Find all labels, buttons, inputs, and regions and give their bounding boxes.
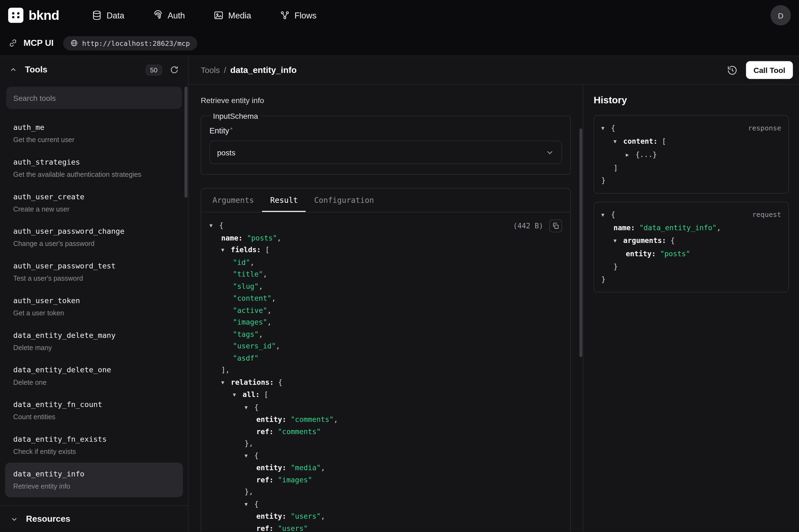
fingerprint-icon <box>153 10 163 21</box>
json-key: ref: <box>256 524 273 532</box>
json-string: "content" <box>233 294 272 302</box>
tool-list: auth_meGet the current userauth_strategi… <box>0 114 188 506</box>
json-punctuation: } <box>601 275 606 283</box>
tree-toggle-icon[interactable]: ▼ <box>245 401 254 413</box>
json-line: ▶{...} <box>601 148 781 162</box>
json-string: "active" <box>233 306 267 314</box>
json-string: "asdf" <box>233 354 259 362</box>
json-punctuation: , <box>334 415 338 423</box>
json-punctuation: { <box>611 210 615 218</box>
tree-toggle-icon[interactable]: ▼ <box>245 498 254 510</box>
tool-search <box>0 83 188 114</box>
tool-item-auth_user_token[interactable]: auth_user_tokenGet a user token <box>5 289 183 324</box>
json-string: "posts" <box>243 233 277 242</box>
tree-toggle-collapsed-icon[interactable]: ▶ <box>626 148 635 161</box>
nav-item-media[interactable]: Media <box>213 10 251 21</box>
json-line: name: "posts", <box>209 232 562 244</box>
nav-item-auth[interactable]: Auth <box>153 10 185 21</box>
tree-toggle-icon[interactable]: ▼ <box>601 208 611 221</box>
json-line: } <box>601 174 781 187</box>
json-punctuation: { <box>219 221 224 229</box>
json-punctuation: }, <box>245 488 253 496</box>
copy-result-button[interactable] <box>549 220 562 232</box>
tool-item-auth_strategies[interactable]: auth_strategiesGet the available authent… <box>5 151 183 186</box>
tree-toggle-icon[interactable]: ▼ <box>221 244 231 256</box>
json-punctuation: , <box>250 258 254 266</box>
result-size: (442 B) <box>513 220 543 232</box>
tool-item-data_entity_info[interactable]: data_entity_infoRetrieve entity info <box>5 462 183 497</box>
tab-arguments[interactable]: Arguments <box>204 188 262 212</box>
sidebar-scrollbar[interactable] <box>185 87 187 198</box>
json-line: "active", <box>209 304 562 317</box>
tool-item-auth_me[interactable]: auth_meGet the current user <box>5 116 183 151</box>
json-punctuation: , <box>717 224 721 232</box>
json-key: ref: <box>256 476 273 484</box>
tool-description: Get the available authentication strateg… <box>13 170 175 179</box>
json-punctuation: { <box>666 236 675 245</box>
entity-select-value: posts <box>217 148 235 157</box>
nav-label: Data <box>107 11 124 20</box>
tree-toggle-icon[interactable]: ▼ <box>613 135 623 148</box>
copy-icon <box>552 222 559 230</box>
tree-toggle-icon[interactable]: ▼ <box>233 389 243 401</box>
call-tool-button[interactable]: Call Tool <box>746 61 793 79</box>
tool-item-data_entity_fn_count[interactable]: data_entity_fn_countCount entities <box>5 393 183 428</box>
tool-description: Test a user's password <box>13 273 175 283</box>
user-avatar[interactable]: D <box>771 5 791 25</box>
brand[interactable]: bknd <box>8 7 59 23</box>
json-line: ▼{ <box>209 450 562 462</box>
tools-collapse-button[interactable] <box>7 64 19 76</box>
tool-item-auth_user_password_change[interactable]: auth_user_password_changeChange a user's… <box>5 220 183 255</box>
json-punctuation: } <box>601 176 606 184</box>
json-line: ▼relations: { <box>209 376 562 389</box>
search-tools-input[interactable] <box>6 87 182 109</box>
tool-name: auth_user_password_change <box>13 226 175 236</box>
json-line: ▼fields: [ <box>209 244 562 256</box>
entity-select[interactable]: posts <box>209 141 562 164</box>
json-punctuation: { <box>254 451 259 459</box>
tool-header: Tools / data_entity_info Call Tool <box>189 56 799 84</box>
json-line: } <box>601 260 781 273</box>
tool-name: data_entity_fn_count <box>13 399 175 410</box>
tool-item-auth_user_create[interactable]: auth_user_createCreate a new user <box>5 186 183 220</box>
json-line: "users_id", <box>209 340 562 352</box>
resources-expand-button[interactable] <box>8 513 20 525</box>
json-punctuation: , <box>321 512 325 520</box>
tab-result[interactable]: Result <box>262 188 306 212</box>
tree-toggle-icon[interactable]: ▼ <box>245 450 254 461</box>
workflow-icon <box>280 10 290 21</box>
json-key: entity: <box>256 464 286 472</box>
server-url-pill[interactable]: http://localhost:28623/mcp <box>63 36 197 50</box>
breadcrumb-current: data_entity_info <box>230 65 297 75</box>
tree-toggle-icon[interactable]: ▼ <box>613 234 623 247</box>
tools-section-header: Tools 50 <box>0 56 188 83</box>
tool-item-data_entity_delete_one[interactable]: data_entity_delete_oneDelete one <box>5 359 183 394</box>
history-toggle-button[interactable] <box>724 62 740 78</box>
history-entry-response[interactable]: response▼{▼content: [▶{...}]} <box>594 115 789 194</box>
tree-toggle-icon[interactable]: ▼ <box>601 122 611 134</box>
json-line: ▼content: [ <box>601 135 781 148</box>
chevron-down-icon <box>10 515 18 523</box>
tree-toggle-icon[interactable]: ▼ <box>209 220 219 232</box>
json-string: "users" <box>273 524 308 532</box>
breadcrumb-section[interactable]: Tools <box>201 65 220 75</box>
result-json-tree: ▼{name: "posts",▼fields: ["id","title","… <box>209 220 562 532</box>
tree-toggle-icon[interactable]: ▼ <box>221 376 231 388</box>
nav-item-flows[interactable]: Flows <box>280 10 316 21</box>
json-punctuation: {...} <box>635 150 657 158</box>
json-string: "images" <box>273 476 312 484</box>
tool-name: auth_me <box>13 122 175 133</box>
tab-configuration[interactable]: Configuration <box>306 188 382 212</box>
resources-section-header[interactable]: Resources <box>0 506 188 532</box>
json-line: ref: "users" <box>209 522 562 532</box>
tool-item-data_entity_delete_many[interactable]: data_entity_delete_manyDelete many <box>5 324 183 359</box>
main-scrollbar[interactable] <box>579 128 582 357</box>
history-entry-request[interactable]: request▼{name: "data_entity_info",▼argum… <box>594 202 789 292</box>
nav-item-data[interactable]: Data <box>92 10 124 21</box>
tool-item-auth_user_password_test[interactable]: auth_user_password_testTest a user's pas… <box>5 254 183 289</box>
refresh-tools-button[interactable] <box>168 63 181 76</box>
json-line: ▼all: [ <box>209 389 562 401</box>
json-line: ref: "images" <box>209 474 562 486</box>
tool-detail-panel: Retrieve entity info InputSchema Entity*… <box>189 84 583 532</box>
tool-item-data_entity_fn_exists[interactable]: data_entity_fn_existsCheck if entity exi… <box>5 428 183 462</box>
